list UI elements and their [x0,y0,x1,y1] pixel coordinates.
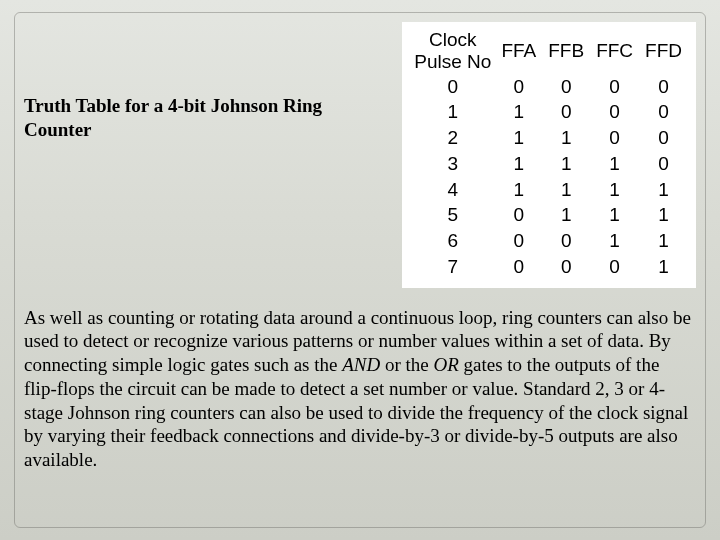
table-cell: 1 [495,125,542,151]
col-header-ffd: FFD [639,28,688,74]
table-cell: 1 [410,99,495,125]
truth-table-body: 0000011000211003111041111501116001170001 [410,74,688,280]
col-header-ffa: FFA [495,28,542,74]
table-row: 11000 [410,99,688,125]
col-header-ffc: FFC [590,28,639,74]
table-cell: 1 [542,125,590,151]
and-italic: AND [342,354,380,375]
truth-table-header-row: Clock Pulse No FFA FFB FFC FFD [410,28,688,74]
table-cell: 0 [542,228,590,254]
table-cell: 0 [590,74,639,100]
table-row: 00000 [410,74,688,100]
table-cell: 1 [542,202,590,228]
top-row: Truth Table for a 4-bit Johnson Ring Cou… [24,22,696,288]
table-cell: 4 [410,177,495,203]
col-header-ffb: FFB [542,28,590,74]
table-cell: 1 [590,202,639,228]
table-cell: 0 [639,99,688,125]
table-row: 21100 [410,125,688,151]
para-span-2: or the [380,354,433,375]
table-cell: 7 [410,254,495,280]
table-cell: 5 [410,202,495,228]
table-cell: 0 [639,151,688,177]
table-cell: 0 [639,125,688,151]
table-row: 70001 [410,254,688,280]
table-cell: 0 [590,125,639,151]
table-cell: 0 [590,99,639,125]
table-cell: 0 [495,254,542,280]
table-row: 50111 [410,202,688,228]
table-cell: 1 [590,228,639,254]
table-cell: 1 [495,151,542,177]
table-cell: 1 [639,254,688,280]
page-title: Truth Table for a 4-bit Johnson Ring Cou… [24,22,378,142]
table-cell: 1 [542,177,590,203]
table-cell: 1 [590,177,639,203]
table-cell: 1 [639,202,688,228]
slide-content: Truth Table for a 4-bit Johnson Ring Cou… [24,22,696,518]
slide-background: Truth Table for a 4-bit Johnson Ring Cou… [0,0,720,540]
table-cell: 0 [495,228,542,254]
body-paragraph: As well as counting or rotating data aro… [24,306,696,472]
table-cell: 1 [495,177,542,203]
table-cell: 0 [542,74,590,100]
table-cell: 6 [410,228,495,254]
table-cell: 0 [410,74,495,100]
col-header-clock-line1: Clock [429,29,477,50]
table-row: 41111 [410,177,688,203]
or-italic: OR [433,354,458,375]
table-cell: 1 [542,151,590,177]
table-cell: 0 [495,74,542,100]
table-row: 60011 [410,228,688,254]
table-cell: 0 [542,254,590,280]
table-cell: 1 [495,99,542,125]
truth-table: Clock Pulse No FFA FFB FFC FFD 000001100… [410,28,688,280]
col-header-clock: Clock Pulse No [410,28,495,74]
table-cell: 0 [542,99,590,125]
table-cell: 2 [410,125,495,151]
truth-table-container: Clock Pulse No FFA FFB FFC FFD 000001100… [402,22,696,288]
table-cell: 1 [639,228,688,254]
table-cell: 1 [590,151,639,177]
table-cell: 0 [495,202,542,228]
col-header-clock-line2: Pulse No [414,51,491,72]
table-cell: 1 [639,177,688,203]
table-cell: 0 [590,254,639,280]
table-cell: 0 [639,74,688,100]
table-cell: 3 [410,151,495,177]
table-row: 31110 [410,151,688,177]
